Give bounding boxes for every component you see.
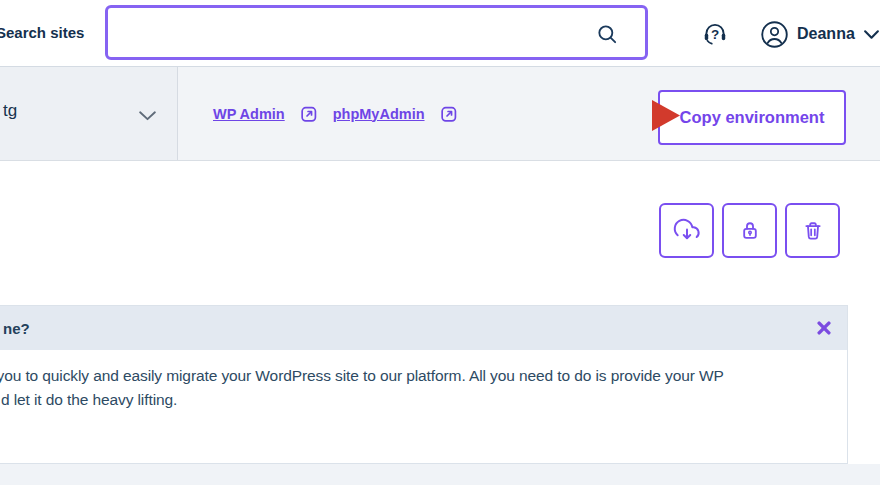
search-sites-label: Search sites [0,24,84,41]
search-sites-input[interactable] [108,8,645,57]
user-name: Deanna [797,25,855,43]
cloud-download-icon [673,217,701,245]
chevron-down-icon [863,29,880,40]
banner-text-line: d let it do the heavy lifting. [1,388,848,412]
hosting-admin-screen: Search sites ? Deanna [0,0,880,485]
close-icon[interactable] [817,321,831,335]
avatar-icon [760,20,789,49]
banner-text-line: you to quickly and easily migrate your W… [0,364,848,388]
migration-banner: ne? you to quickly and easily migrate yo… [0,305,848,464]
migration-banner-header: ne? [0,306,847,350]
user-menu[interactable]: Deanna [760,19,880,49]
migration-banner-body: you to quickly and easily migrate your W… [1,364,848,412]
wp-admin-link[interactable]: WP Admin [213,106,285,122]
environment-links: WP Admin phpMyAdmin [213,67,459,160]
environment-bar: tg WP Admin phpMyAdmin Copy environment [0,67,880,161]
lock-environment-button[interactable] [722,203,777,258]
environment-name: tg [3,101,17,121]
lock-icon [736,217,764,245]
external-link-icon[interactable] [439,104,459,124]
page-background-strip [0,464,880,485]
search-sites-box [105,5,648,60]
environment-actions [659,203,840,258]
environment-selector[interactable]: tg [0,67,178,160]
download-backup-button[interactable] [659,203,714,258]
copy-environment-button[interactable]: Copy environment [658,90,846,145]
delete-environment-button[interactable] [785,203,840,258]
svg-text:?: ? [711,27,719,42]
chevron-down-icon [138,110,157,122]
support-headset-icon[interactable]: ? [701,20,729,48]
trash-icon [799,217,827,245]
phpmyadmin-link[interactable]: phpMyAdmin [333,106,425,122]
top-bar: Search sites ? Deanna [0,0,880,67]
external-link-icon[interactable] [299,104,319,124]
migration-banner-title: ne? [3,320,30,337]
